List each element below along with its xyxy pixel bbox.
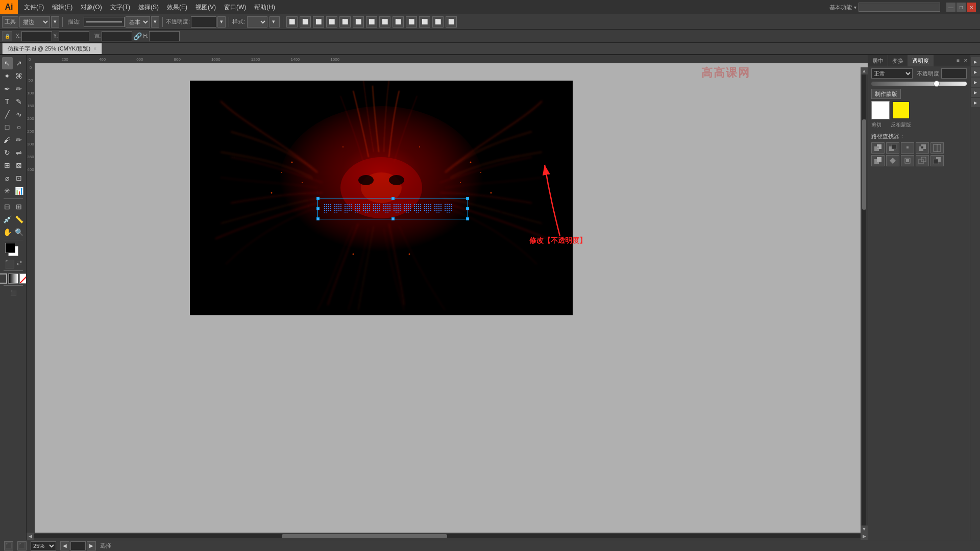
right-sidebar-btn-4[interactable]: ▶ <box>971 88 980 97</box>
opacity-slider[interactable] <box>871 82 967 86</box>
minimize-button[interactable]: — <box>946 3 955 12</box>
path-type-tool-btn[interactable]: ✎ <box>14 95 24 108</box>
align-horiz-center-btn[interactable]: ⬜ <box>286 16 298 28</box>
constrain-proportions-btn[interactable]: 🔒 <box>2 31 12 41</box>
symbol-sprayer-btn[interactable]: ✳ <box>2 185 13 197</box>
warp-tool-btn[interactable]: ⌀ <box>2 172 13 184</box>
right-sidebar-btn-3[interactable]: ▶ <box>971 78 980 87</box>
pathfinder-outline-btn[interactable] <box>916 155 929 166</box>
change-screen-mode-btn[interactable]: ⬛ <box>5 287 21 298</box>
pathfinder-minus-back-btn[interactable] <box>930 155 944 166</box>
make-mask-button[interactable]: 制作蒙版 <box>871 89 901 99</box>
pathfinder-intersect-btn[interactable] <box>901 142 914 154</box>
opacity-dropdown[interactable]: ▾ <box>217 16 226 28</box>
distribute-btn-5[interactable]: ⬜ <box>446 16 457 28</box>
stroke-box-icon[interactable] <box>0 273 7 284</box>
tool-preset-select[interactable]: 描边 <box>19 16 50 28</box>
style-btn[interactable]: ▾ <box>270 16 280 28</box>
stroke-type-select[interactable]: 基本 <box>126 16 150 28</box>
zoom-select[interactable]: 25% 50% 100% <box>31 541 56 550</box>
opacity-input[interactable]: 100% <box>191 16 216 28</box>
next-page-button[interactable]: ▶ <box>87 541 96 550</box>
align-btn-5[interactable]: ⬜ <box>339 16 351 28</box>
menu-file[interactable]: 文件(F) <box>20 0 48 14</box>
tool-preset-btn[interactable]: 工具 <box>2 16 18 28</box>
tab-transparency[interactable]: 透明度 <box>908 55 934 66</box>
distribute-btn-1[interactable]: ⬜ <box>393 16 404 28</box>
hand-tool-btn[interactable]: ✋ <box>2 226 13 238</box>
align-btn-8[interactable]: ⬜ <box>379 16 390 28</box>
scroll-right-button[interactable]: ▶ <box>861 533 868 540</box>
swap-colors-icon[interactable]: ⇄ <box>17 259 22 269</box>
line-tool-btn[interactable]: ╱ <box>2 108 13 120</box>
h-input[interactable]: 188.911 <box>149 31 180 41</box>
pathfinder-minus-front-btn[interactable] <box>886 142 899 154</box>
align-btn-7[interactable]: ⬜ <box>366 16 377 28</box>
chart-tool-btn[interactable]: 📊 <box>14 185 24 197</box>
align-btn-3[interactable]: ⬜ <box>313 16 324 28</box>
distribute-btn-3[interactable]: ⬜ <box>419 16 430 28</box>
panel-close-btn[interactable]: ✕ <box>962 58 970 63</box>
document-tab[interactable]: 仿粒子字.ai @ 25% (CMYK/预览) × <box>2 43 102 54</box>
canvas-area[interactable]: 02004006008001000120014001600 0501001502… <box>27 55 868 540</box>
lasso-tool-btn[interactable]: ⌘ <box>14 70 24 82</box>
shear-tool-btn[interactable]: ⊠ <box>14 159 24 171</box>
pathfinder-unite-btn[interactable] <box>871 142 885 154</box>
stroke-preview[interactable] <box>84 17 125 27</box>
tab-jucheng[interactable]: 居中 <box>868 55 888 66</box>
tab-close-icon[interactable]: × <box>93 46 96 52</box>
slice-tool-btn[interactable]: ⊞ <box>14 201 24 213</box>
free-transform-tool-btn[interactable]: ⊡ <box>14 172 24 184</box>
tool-dropdown-arrow[interactable]: ▾ <box>51 16 59 28</box>
type-tool-btn[interactable]: T <box>2 95 13 108</box>
default-colors-icon[interactable]: ⬛ <box>5 259 15 269</box>
menu-edit[interactable]: 编辑(E) <box>48 0 77 14</box>
panel-menu-btn[interactable]: ≡ <box>954 58 962 63</box>
measure-tool-btn[interactable]: 📏 <box>14 213 24 226</box>
yellow-swatch[interactable] <box>892 101 910 119</box>
selection-tool-btn[interactable]: ↖ <box>2 57 13 69</box>
rotate-tool-btn[interactable]: ↻ <box>2 146 13 159</box>
pencil-tool-btn[interactable]: ✏ <box>14 134 24 146</box>
direct-selection-tool-btn[interactable]: ↗ <box>14 57 24 69</box>
menu-help[interactable]: 帮助(H) <box>250 0 279 14</box>
fill-color-swatch[interactable] <box>5 243 15 253</box>
close-button[interactable]: ✕ <box>967 3 976 12</box>
paintbrush-tool-btn[interactable]: 🖌 <box>2 134 13 146</box>
status-btn-1[interactable]: ⬛ <box>4 541 13 550</box>
page-number-input[interactable]: 1 <box>70 541 86 550</box>
right-sidebar-btn-2[interactable]: ▶ <box>971 67 980 77</box>
menu-text[interactable]: 文字(T) <box>106 0 134 14</box>
scroll-up-button[interactable]: ▲ <box>861 67 868 74</box>
pathfinder-merge-btn[interactable] <box>886 155 899 166</box>
status-btn-2[interactable]: ⬛ <box>17 541 27 550</box>
menu-window[interactable]: 窗口(W) <box>220 0 250 14</box>
menu-object[interactable]: 对象(O) <box>77 0 106 14</box>
w-input[interactable]: 1517.276 <box>102 31 132 41</box>
maximize-button[interactable]: □ <box>957 3 966 12</box>
pathfinder-divide-btn[interactable] <box>930 142 944 154</box>
distribute-btn-4[interactable]: ⬜ <box>432 16 444 28</box>
scroll-left-button[interactable]: ◀ <box>27 533 34 540</box>
opacity-value-input[interactable]: 70% <box>941 68 967 79</box>
scroll-track-vertical[interactable] <box>862 74 866 525</box>
zoom-tool-btn[interactable]: 🔍 <box>14 226 24 238</box>
white-swatch[interactable] <box>871 101 890 119</box>
blend-mode-select[interactable]: 正常 <box>871 68 913 79</box>
right-sidebar-btn-1[interactable]: ▶ <box>971 57 980 66</box>
style-select[interactable] <box>247 16 267 28</box>
rect-tool-btn[interactable]: □ <box>2 121 13 133</box>
link-proportions-icon[interactable]: 🔗 <box>133 32 142 40</box>
align-btn-6[interactable]: ⬜ <box>353 16 364 28</box>
menu-select[interactable]: 选择(S) <box>134 0 163 14</box>
arc-tool-btn[interactable]: ∿ <box>14 108 24 120</box>
reflect-tool-btn[interactable]: ⇌ <box>14 146 24 159</box>
scroll-thumb-horizontal[interactable] <box>282 534 447 538</box>
right-sidebar-btn-5[interactable]: ▶ <box>971 98 980 107</box>
none-icon[interactable] <box>19 273 27 284</box>
add-anchor-tool-btn[interactable]: ✏ <box>14 83 24 95</box>
scale-tool-btn[interactable]: ⊞ <box>2 159 13 171</box>
scroll-down-button[interactable]: ▼ <box>861 525 868 533</box>
align-vert-center-btn[interactable]: ⬜ <box>300 16 311 28</box>
artboard-tool-btn[interactable]: ⊟ <box>2 201 13 213</box>
